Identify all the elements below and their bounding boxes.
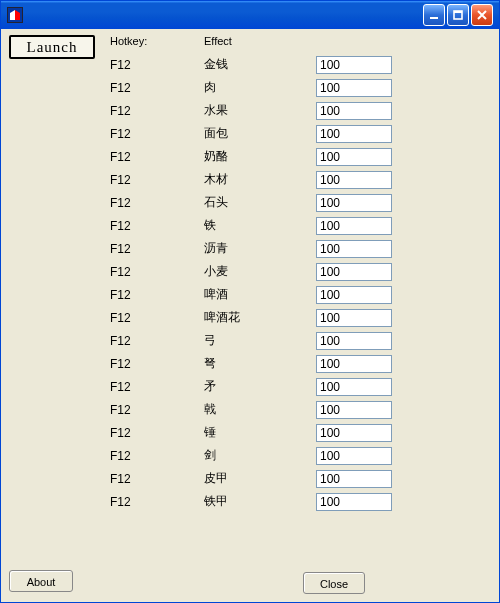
value-cell bbox=[316, 56, 398, 74]
hotkey-label: F12 bbox=[106, 288, 204, 302]
value-input[interactable] bbox=[316, 125, 392, 143]
minimize-button[interactable] bbox=[423, 4, 445, 26]
value-cell bbox=[316, 286, 398, 304]
about-button[interactable]: About bbox=[9, 570, 73, 592]
value-cell bbox=[316, 378, 398, 396]
left-column: Launch About bbox=[1, 29, 106, 602]
table-row: F12啤酒 bbox=[106, 283, 499, 306]
value-input[interactable] bbox=[316, 447, 392, 465]
effect-label: 弓 bbox=[204, 332, 316, 349]
hotkey-label: F12 bbox=[106, 357, 204, 371]
maximize-icon bbox=[452, 9, 464, 21]
value-input[interactable] bbox=[316, 148, 392, 166]
titlebar[interactable] bbox=[1, 1, 499, 29]
effect-label: 弩 bbox=[204, 355, 316, 372]
hotkey-label: F12 bbox=[106, 58, 204, 72]
value-input[interactable] bbox=[316, 286, 392, 304]
value-cell bbox=[316, 447, 398, 465]
effect-label: 皮甲 bbox=[204, 470, 316, 487]
value-cell bbox=[316, 102, 398, 120]
maximize-button[interactable] bbox=[447, 4, 469, 26]
table-row: F12铁 bbox=[106, 214, 499, 237]
value-cell bbox=[316, 470, 398, 488]
value-cell bbox=[316, 217, 398, 235]
hotkey-label: F12 bbox=[106, 173, 204, 187]
effect-label: 肉 bbox=[204, 79, 316, 96]
value-input[interactable] bbox=[316, 102, 392, 120]
table-row: F12小麦 bbox=[106, 260, 499, 283]
table-row: F12石头 bbox=[106, 191, 499, 214]
svg-rect-2 bbox=[454, 11, 462, 13]
value-cell bbox=[316, 263, 398, 281]
effect-label: 奶酪 bbox=[204, 148, 316, 165]
table-row: F12肉 bbox=[106, 76, 499, 99]
value-input[interactable] bbox=[316, 309, 392, 327]
effect-label: 小麦 bbox=[204, 263, 316, 280]
value-input[interactable] bbox=[316, 240, 392, 258]
value-input[interactable] bbox=[316, 401, 392, 419]
hotkey-label: F12 bbox=[106, 150, 204, 164]
table-row: F12弓 bbox=[106, 329, 499, 352]
table-row: F12矛 bbox=[106, 375, 499, 398]
effect-label: 水果 bbox=[204, 102, 316, 119]
hotkey-label: F12 bbox=[106, 127, 204, 141]
svg-rect-0 bbox=[430, 17, 438, 19]
rows-container: F12金钱F12肉F12水果F12面包F12奶酪F12木材F12石头F12铁F1… bbox=[106, 53, 499, 513]
value-input[interactable] bbox=[316, 493, 392, 511]
value-input[interactable] bbox=[316, 56, 392, 74]
value-input[interactable] bbox=[316, 79, 392, 97]
hotkey-label: F12 bbox=[106, 81, 204, 95]
hotkey-label: F12 bbox=[106, 472, 204, 486]
value-input[interactable] bbox=[316, 263, 392, 281]
effect-label: 铁 bbox=[204, 217, 316, 234]
table-row: F12皮甲 bbox=[106, 467, 499, 490]
client-area: Launch About Hotkey: Effect F12金钱F12肉F12… bbox=[1, 29, 499, 602]
close-button[interactable]: Close bbox=[303, 572, 365, 594]
close-window-button[interactable] bbox=[471, 4, 493, 26]
column-headers: Hotkey: Effect bbox=[106, 35, 499, 53]
value-cell bbox=[316, 79, 398, 97]
effect-label: 剑 bbox=[204, 447, 316, 464]
effect-label: 戟 bbox=[204, 401, 316, 418]
value-cell bbox=[316, 309, 398, 327]
header-hotkey: Hotkey: bbox=[106, 35, 204, 53]
hotkey-label: F12 bbox=[106, 196, 204, 210]
hotkey-label: F12 bbox=[106, 265, 204, 279]
value-cell bbox=[316, 424, 398, 442]
minimize-icon bbox=[428, 9, 440, 21]
value-input[interactable] bbox=[316, 332, 392, 350]
value-input[interactable] bbox=[316, 194, 392, 212]
table-row: F12金钱 bbox=[106, 53, 499, 76]
hotkey-label: F12 bbox=[106, 449, 204, 463]
effect-label: 啤酒 bbox=[204, 286, 316, 303]
value-cell bbox=[316, 125, 398, 143]
effect-label: 石头 bbox=[204, 194, 316, 211]
value-input[interactable] bbox=[316, 378, 392, 396]
hotkey-label: F12 bbox=[106, 426, 204, 440]
effect-label: 铁甲 bbox=[204, 493, 316, 510]
value-input[interactable] bbox=[316, 171, 392, 189]
hotkey-label: F12 bbox=[106, 380, 204, 394]
header-effect: Effect bbox=[204, 35, 316, 53]
value-cell bbox=[316, 493, 398, 511]
right-column: Hotkey: Effect F12金钱F12肉F12水果F12面包F12奶酪F… bbox=[106, 29, 499, 602]
value-input[interactable] bbox=[316, 217, 392, 235]
window-controls bbox=[423, 4, 493, 26]
value-input[interactable] bbox=[316, 355, 392, 373]
table-row: F12奶酪 bbox=[106, 145, 499, 168]
launch-button[interactable]: Launch bbox=[9, 35, 95, 59]
effect-label: 矛 bbox=[204, 378, 316, 395]
value-cell bbox=[316, 332, 398, 350]
table-row: F12铁甲 bbox=[106, 490, 499, 513]
value-input[interactable] bbox=[316, 470, 392, 488]
value-cell bbox=[316, 401, 398, 419]
value-cell bbox=[316, 171, 398, 189]
close-icon bbox=[476, 9, 488, 21]
app-icon bbox=[7, 7, 23, 23]
effect-label: 沥青 bbox=[204, 240, 316, 257]
value-input[interactable] bbox=[316, 424, 392, 442]
table-row: F12面包 bbox=[106, 122, 499, 145]
effect-label: 面包 bbox=[204, 125, 316, 142]
hotkey-label: F12 bbox=[106, 495, 204, 509]
table-row: F12弩 bbox=[106, 352, 499, 375]
